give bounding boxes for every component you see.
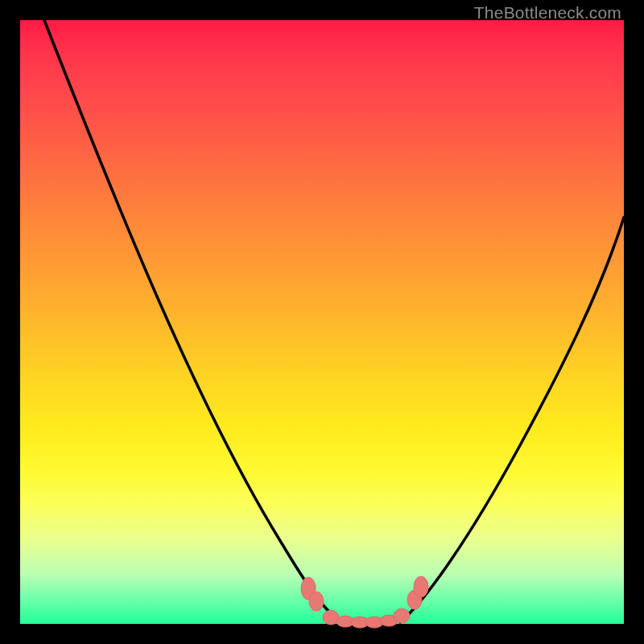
trough-marker [309,592,324,611]
trough-marker [394,609,410,623]
curve-right [400,217,624,622]
watermark-text: TheBottleneck.com [474,3,621,23]
chart-svg [20,20,624,624]
trough-marker [414,576,428,597]
curve-left [44,20,342,622]
chart-frame: TheBottleneck.com [0,0,644,644]
